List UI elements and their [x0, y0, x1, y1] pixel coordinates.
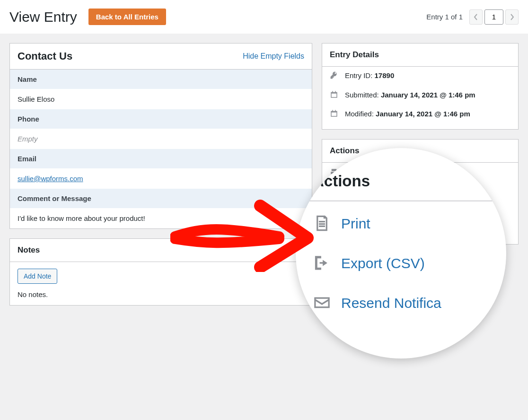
field-value-email[interactable]: sullie@wpforms.com [18, 175, 83, 183]
chevron-left-icon [474, 14, 478, 20]
magnifier-action-resend[interactable]: Resend Notifica [296, 281, 506, 321]
submitted-text: Submitted: January 14, 2021 @ 1:46 pm [345, 89, 510, 101]
chevron-right-icon [510, 14, 514, 20]
notes-body: Add Note No notes. [10, 262, 312, 305]
entry-id-text: Entry ID: 17890 [345, 70, 510, 82]
field-value-phone: Empty [10, 129, 312, 149]
magnifier-print-label: Print [341, 215, 370, 232]
notes-panel-head: Notes [10, 239, 312, 262]
document-icon [313, 214, 331, 233]
back-to-entries-button[interactable]: Back to All Entries [88, 9, 166, 25]
page-title: View Entry [9, 9, 77, 25]
header-bar: View Entry Back to All Entries Entry 1 o… [0, 0, 528, 34]
magnifier-export-label: Export (CSV) [341, 255, 425, 271]
add-note-button[interactable]: Add Note [18, 269, 57, 284]
notes-panel: Notes Add Note No notes. [9, 238, 312, 306]
submitted-label: Submitted: [345, 91, 379, 99]
entry-id-row: Entry ID: 17890 [322, 67, 518, 86]
pager-next-button[interactable] [505, 9, 519, 25]
magnifier-resend-label: Resend Notifica [341, 295, 441, 311]
pager-input[interactable] [484, 9, 503, 25]
notes-panel-title: Notes [18, 245, 40, 255]
pager [469, 9, 519, 25]
calendar-icon [330, 89, 339, 103]
mail-icon [313, 294, 331, 312]
field-label-name: Name [10, 70, 312, 89]
field-label-message: Comment or Message [10, 189, 312, 208]
header-right: Entry 1 of 1 [426, 9, 519, 25]
magnifier-action-print[interactable]: Print [296, 201, 506, 241]
contact-panel-title: Contact Us [18, 50, 72, 62]
modified-text: Modified: January 14, 2021 @ 1:46 pm [345, 108, 510, 120]
header-left: View Entry Back to All Entries [9, 9, 166, 25]
field-label-phone: Phone [10, 109, 312, 129]
entry-details-panel: Entry Details Entry ID: 17890 Submitted:… [322, 43, 519, 130]
entry-id-value: 17890 [375, 71, 395, 79]
magnifier-action-export[interactable]: Export (CSV) [296, 241, 506, 281]
entry-details-head: Entry Details [322, 44, 518, 67]
pager-prev-button[interactable] [469, 9, 483, 25]
export-icon [313, 254, 331, 272]
modified-label: Modified: [345, 110, 374, 118]
left-column: Contact Us Hide Empty Fields Name Sullie… [9, 43, 312, 315]
entry-counter: Entry 1 of 1 [426, 13, 463, 21]
hide-empty-fields-link[interactable]: Hide Empty Fields [243, 52, 304, 61]
contact-panel-head: Contact Us Hide Empty Fields [10, 44, 312, 70]
modified-row: Modified: January 14, 2021 @ 1:46 pm [322, 105, 518, 129]
submitted-row: Submitted: January 14, 2021 @ 1:46 pm [322, 86, 518, 105]
notes-empty-text: No notes. [18, 290, 304, 298]
entry-id-label: Entry ID: [345, 71, 372, 79]
field-value-message: I'd like to know more about your product… [10, 208, 312, 228]
key-icon [330, 70, 339, 83]
field-value-name: Sullie Eloso [10, 89, 312, 109]
contact-panel: Contact Us Hide Empty Fields Name Sullie… [9, 43, 312, 229]
actions-title: Actions [330, 146, 359, 156]
submitted-value: January 14, 2021 @ 1:46 pm [381, 91, 475, 99]
modified-value: January 14, 2021 @ 1:46 pm [376, 110, 470, 118]
magnifier-overlay: Actions Print Export (CSV) Resend Notifi… [296, 148, 506, 359]
entry-details-title: Entry Details [330, 50, 379, 60]
field-value-email-wrap: sullie@wpforms.com [10, 168, 312, 189]
field-label-email: Email [10, 149, 312, 168]
calendar-icon [330, 108, 339, 122]
